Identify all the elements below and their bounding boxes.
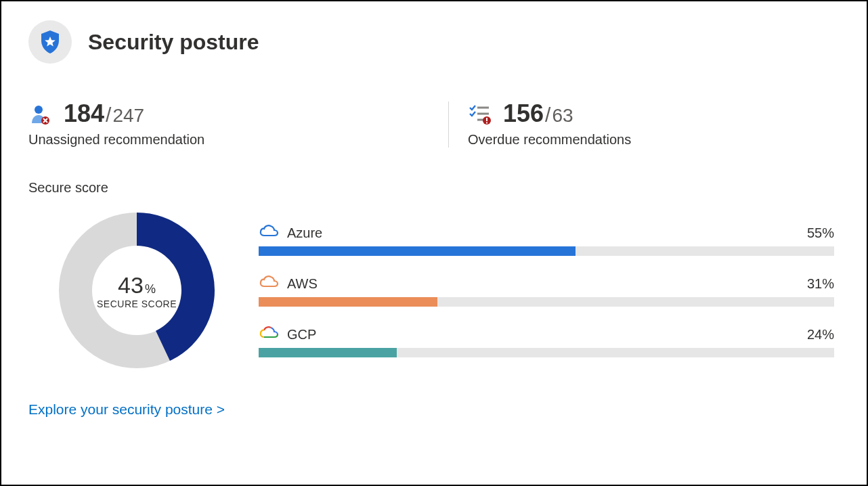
stat-unassigned-current: 184 <box>64 102 104 126</box>
stats-row: 184 / 247 Unassigned recommendation <box>28 102 840 148</box>
stat-overdue-value: 156 / 63 <box>503 102 573 127</box>
stat-unassigned-value: 184 / 247 <box>64 102 144 127</box>
provider-name: AWS <box>287 276 318 292</box>
provider-percent: 31% <box>807 276 834 292</box>
svg-point-1 <box>35 106 43 114</box>
stat-overdue[interactable]: 156 / 63 Overdue recommendations <box>448 102 631 148</box>
provider-bar-item[interactable]: GCP 24% <box>259 326 834 357</box>
shield-icon <box>28 20 72 64</box>
provider-bar-track <box>259 246 834 256</box>
provider-bar-head: Azure 55% <box>259 224 834 242</box>
card-header: Security posture <box>28 20 840 64</box>
provider-bars: Azure 55% AWS 31% GCP <box>259 224 840 357</box>
stat-unassigned[interactable]: 184 / 247 Unassigned recommendation <box>28 102 448 148</box>
provider-bar-fill <box>259 246 576 256</box>
provider-bar-head: AWS 31% <box>259 275 834 293</box>
checklist-alert-icon <box>468 102 492 127</box>
provider-bar-track <box>259 348 834 357</box>
secure-score-donut: 43 % SECURE SCORE <box>56 209 218 372</box>
explore-security-posture-link[interactable]: Explore your security posture > <box>28 401 225 418</box>
stat-unassigned-label: Unassigned recommendation <box>28 132 448 148</box>
secure-score-row: 43 % SECURE SCORE Azure 55% A <box>28 209 840 372</box>
provider-percent: 24% <box>807 327 834 343</box>
donut-center: 43 % SECURE SCORE <box>56 209 218 372</box>
stat-overdue-label: Overdue recommendations <box>468 132 631 148</box>
provider-name: GCP <box>287 327 316 343</box>
page-title: Security posture <box>88 30 259 55</box>
secure-score-title: Secure score <box>28 180 840 196</box>
stat-overdue-total: 63 <box>552 105 573 127</box>
stat-unassigned-total: 247 <box>112 105 144 127</box>
provider-bar-fill <box>259 348 397 357</box>
provider-bar-head: GCP 24% <box>259 326 834 344</box>
stat-overdue-current: 156 <box>503 102 544 126</box>
slash: / <box>106 104 111 127</box>
provider-bar-fill <box>259 297 437 307</box>
security-posture-card: Security posture 184 / 247 <box>0 0 868 486</box>
provider-percent: 55% <box>807 225 834 241</box>
svg-rect-9 <box>486 118 487 121</box>
svg-rect-10 <box>486 122 487 123</box>
user-alert-icon <box>28 102 53 127</box>
donut-label: SECURE SCORE <box>97 299 177 309</box>
cloud-icon <box>259 224 279 242</box>
provider-bar-item[interactable]: Azure 55% <box>259 224 834 256</box>
donut-percent-value: 43 <box>118 272 144 299</box>
donut-percent: 43 % <box>118 272 156 299</box>
percent-sign: % <box>145 282 156 296</box>
cloud-icon <box>259 275 279 293</box>
cloud-icon <box>259 326 279 344</box>
provider-name: Azure <box>287 225 322 241</box>
provider-bar-track <box>259 297 834 307</box>
slash: / <box>545 104 550 127</box>
provider-bar-item[interactable]: AWS 31% <box>259 275 834 307</box>
